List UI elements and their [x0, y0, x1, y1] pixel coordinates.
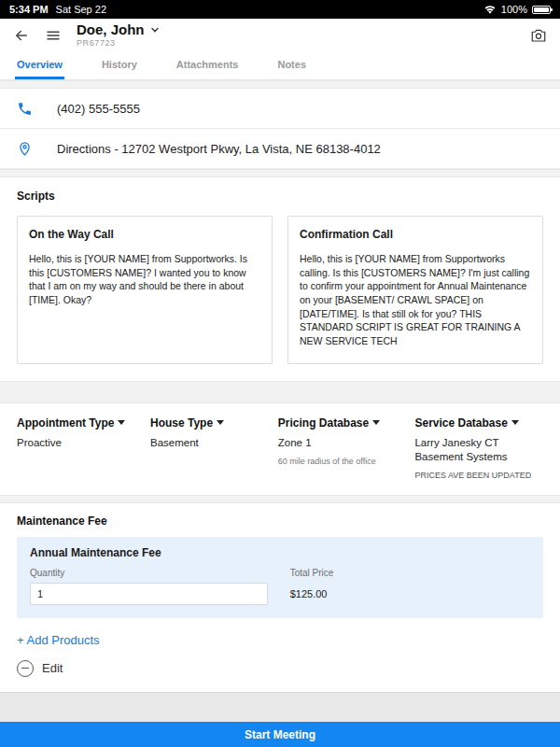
script-card-confirmation: Confirmation Call Hello, this is [YOUR N… — [287, 216, 543, 364]
tab-attachments[interactable]: Attachments — [175, 52, 241, 79]
customer-id: PR67723 — [77, 39, 160, 49]
selector-label: Pricing Database — [278, 416, 369, 430]
script-card-title: Confirmation Call — [300, 228, 531, 241]
quantity-input[interactable] — [30, 583, 268, 605]
wifi-icon — [483, 5, 497, 15]
selectors-row: Appointment Type Proactive House Type Ba… — [0, 403, 560, 495]
directions-row[interactable]: Directions - 12702 Westport Pkwy, La Vis… — [0, 129, 560, 169]
maintenance-title: Maintenance Fee — [17, 514, 543, 528]
phone-number: (402) 555-5555 — [57, 102, 140, 116]
caret-down-icon — [217, 420, 224, 425]
edit-button[interactable]: Edit — [17, 660, 543, 677]
script-card-title: On the Way Call — [29, 228, 260, 241]
script-card-body: Hello, this is [YOUR NAME] from Supportw… — [29, 252, 260, 307]
phone-row[interactable]: (402) 555-5555 — [0, 89, 560, 129]
caret-down-icon — [372, 420, 380, 425]
selector-label: House Type — [150, 416, 213, 430]
divider-band — [0, 381, 560, 403]
maintenance-section: Maintenance Fee Annual Maintenance Fee Q… — [0, 503, 560, 618]
status-time: 5:34 PM — [9, 4, 49, 15]
battery-icon — [532, 6, 551, 14]
selector-value: Basement — [150, 436, 265, 450]
location-pin-icon — [17, 141, 33, 157]
selector-label: Appointment Type — [17, 416, 114, 430]
back-button[interactable] — [13, 27, 30, 44]
chevron-down-icon — [150, 25, 160, 35]
add-products-button[interactable]: + Add Products — [17, 633, 543, 647]
camera-button[interactable] — [530, 27, 547, 44]
edit-label: Edit — [42, 661, 63, 675]
tab-history[interactable]: History — [100, 52, 139, 79]
scripts-section: Scripts On the Way Call Hello, this is [… — [0, 177, 560, 381]
pricing-database-dropdown[interactable]: Pricing Database Zone 1 60 mile radius o… — [278, 416, 402, 480]
app-header: Doe, John PR67723 — [0, 19, 560, 52]
app-page: 5:34 PM Sat Sep 22 100% Doe, John — [0, 0, 560, 747]
service-database-dropdown[interactable]: Service Database Larry Janesky CT Baseme… — [414, 416, 543, 480]
selector-value: Proactive — [17, 436, 137, 450]
customer-name: Doe, John — [77, 22, 145, 38]
selector-value: Zone 1 — [278, 436, 402, 450]
hamburger-icon — [45, 27, 62, 44]
scripts-title: Scripts — [17, 190, 543, 203]
start-meeting-button[interactable]: Start Meeting — [0, 722, 560, 747]
divider-band — [0, 495, 560, 503]
tab-notes[interactable]: Notes — [275, 52, 308, 79]
directions-text: Directions - 12702 Westport Pkwy, La Vis… — [57, 142, 381, 156]
script-card-body: Hello, this is [YOUR NAME] from Supportw… — [300, 252, 531, 348]
total-price-value: $125.00 — [290, 588, 530, 599]
tab-overview[interactable]: Overview — [15, 52, 64, 79]
empty-area — [0, 692, 560, 722]
selector-label: Service Database — [414, 416, 507, 430]
divider-band — [0, 80, 560, 89]
status-bar: 5:34 PM Sat Sep 22 100% — [0, 0, 560, 19]
annual-fee-card: Annual Maintenance Fee Quantity Total Pr… — [17, 537, 543, 618]
status-left: 5:34 PM Sat Sep 22 — [9, 4, 106, 15]
menu-button[interactable] — [45, 27, 62, 44]
status-date: Sat Sep 22 — [56, 4, 106, 15]
status-right: 100% — [483, 4, 551, 15]
fee-card-title: Annual Maintenance Fee — [30, 546, 530, 559]
selector-value: Larry Janesky CT Basement Systems — [414, 436, 543, 464]
caret-down-icon — [118, 420, 125, 425]
selector-note: PRICES AVE BEEN UPDATED — [414, 471, 543, 480]
script-card-on-the-way: On the Way Call Hello, this is [YOUR NAM… — [17, 216, 273, 364]
total-price-label: Total Price — [290, 568, 530, 578]
quantity-label: Quantity — [30, 568, 268, 578]
caret-down-icon — [511, 420, 519, 425]
appointment-type-dropdown[interactable]: Appointment Type Proactive — [17, 416, 137, 480]
phone-icon — [17, 101, 33, 117]
tab-bar: Overview History Attachments Notes — [0, 52, 560, 80]
minus-circle-icon — [17, 660, 34, 677]
house-type-dropdown[interactable]: House Type Basement — [150, 416, 265, 480]
battery-percent: 100% — [501, 4, 527, 15]
camera-icon — [530, 27, 547, 44]
divider-band — [0, 169, 560, 177]
back-arrow-icon — [13, 27, 30, 44]
title-block[interactable]: Doe, John PR67723 — [77, 22, 160, 49]
selector-note: 60 mile radius of the office — [278, 457, 402, 466]
